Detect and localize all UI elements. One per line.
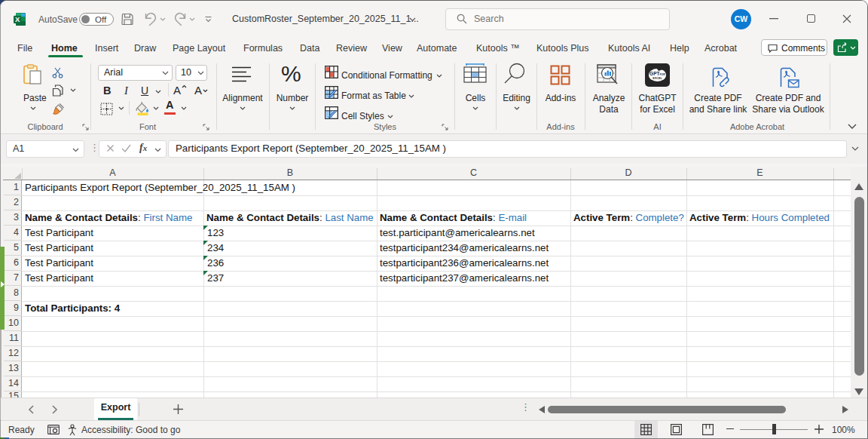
svg-text:EXCEL: EXCEL [653, 77, 662, 80]
svg-text:X: X [15, 15, 20, 23]
